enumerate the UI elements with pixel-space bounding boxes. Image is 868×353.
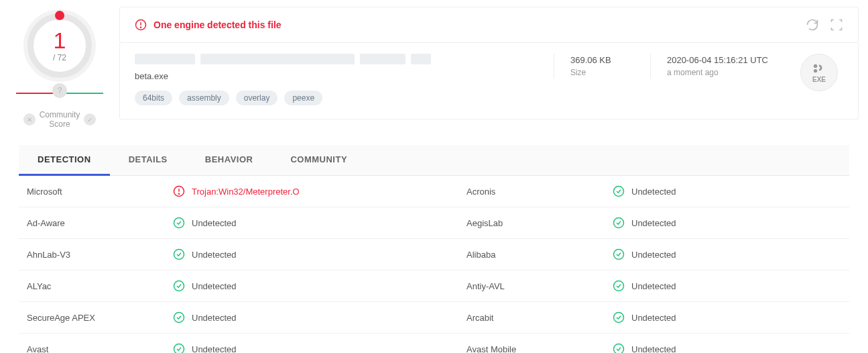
svg-point-10 xyxy=(614,218,624,228)
check-icon[interactable]: ✓ xyxy=(84,113,96,125)
detection-alert: One engine detected this file xyxy=(119,7,859,43)
file-tag[interactable]: peexe xyxy=(284,91,322,105)
vendor-name: ALYac xyxy=(19,270,165,301)
file-tag[interactable]: overlay xyxy=(236,91,278,105)
check-circle-icon xyxy=(173,280,185,292)
svg-point-16 xyxy=(614,313,624,323)
file-tag[interactable]: assembly xyxy=(179,91,229,105)
detection-result: Undetected xyxy=(165,302,458,333)
check-circle-icon xyxy=(173,248,185,260)
svg-point-13 xyxy=(174,281,184,291)
svg-point-11 xyxy=(174,250,184,260)
tab-detection[interactable]: DETECTION xyxy=(19,145,110,176)
svg-point-2 xyxy=(140,27,141,28)
tab-details[interactable]: DETAILS xyxy=(110,145,186,175)
detection-result: Undetected xyxy=(605,270,868,301)
detection-row: AvastUndetectedAvast MobileUndetected xyxy=(19,334,849,353)
vendor-name: Antiy-AVL xyxy=(458,270,605,301)
tab-community[interactable]: COMMUNITY xyxy=(271,145,366,175)
detection-total: / 72 xyxy=(53,53,66,62)
community-score-label: Community xyxy=(40,110,80,119)
vendor-name: Microsoft xyxy=(19,176,165,207)
community-pin-icon: ? xyxy=(52,83,67,98)
vendor-name: Alibaba xyxy=(458,239,605,270)
warning-icon xyxy=(135,19,147,31)
detection-gauge: 1 / 72 xyxy=(27,13,92,78)
gauge-marker-icon xyxy=(55,11,64,20)
detection-result: Undetected xyxy=(605,207,868,238)
detection-row: Ad-AwareUndetectedAegisLabUndetected xyxy=(19,207,849,239)
svg-point-8 xyxy=(614,187,624,197)
check-circle-icon xyxy=(613,343,625,353)
detection-result: Undetected xyxy=(605,334,868,353)
svg-point-14 xyxy=(614,281,624,291)
file-timestamp: 2020-06-04 15:16:21 UTC xyxy=(667,55,768,65)
tab-bar: DETECTIONDETAILSBEHAVIORCOMMUNITY xyxy=(19,145,849,176)
file-type-badge: EXE xyxy=(800,54,838,91)
file-tags: 64bitsassemblyoverlaypeexe xyxy=(135,91,538,105)
vendor-name: AhnLab-V3 xyxy=(19,239,165,270)
file-size: 369.06 KB xyxy=(570,55,618,65)
detection-result: Trojan:Win32/Meterpreter.O xyxy=(165,176,458,207)
vendor-name: Avast xyxy=(19,334,165,353)
detection-result: Undetected xyxy=(165,334,458,353)
tab-behavior[interactable]: BEHAVIOR xyxy=(186,145,272,175)
vendor-name: Avast Mobile xyxy=(458,334,605,353)
svg-point-9 xyxy=(174,218,184,228)
detection-row: MicrosoftTrojan:Win32/Meterpreter.OAcron… xyxy=(19,176,849,207)
check-circle-icon xyxy=(613,185,625,197)
detection-row: ALYacUndetectedAntiy-AVLUndetected xyxy=(19,270,849,302)
reanalyze-icon[interactable] xyxy=(806,18,819,32)
hash-placeholder xyxy=(135,54,538,64)
detection-result: Undetected xyxy=(605,239,868,270)
check-circle-icon xyxy=(613,217,625,229)
svg-point-3 xyxy=(814,64,817,67)
detection-result: Undetected xyxy=(605,302,868,333)
detection-result: Undetected xyxy=(165,239,458,270)
svg-point-7 xyxy=(178,193,179,194)
svg-point-4 xyxy=(814,68,817,72)
check-circle-icon xyxy=(173,311,185,323)
file-timestamp-rel: a moment ago xyxy=(667,68,768,77)
puzzle-icon xyxy=(812,62,826,74)
scan-icon[interactable] xyxy=(830,18,843,32)
detection-result: Undetected xyxy=(605,176,868,207)
svg-point-18 xyxy=(614,344,624,354)
svg-point-17 xyxy=(174,344,184,354)
close-icon[interactable]: ✕ xyxy=(23,113,36,125)
detection-row: SecureAge APEXUndetectedArcabitUndetecte… xyxy=(19,302,849,334)
vendor-name: Arcabit xyxy=(458,302,605,333)
svg-point-12 xyxy=(614,250,624,260)
check-circle-icon xyxy=(613,280,625,292)
file-size-label: Size xyxy=(570,68,618,77)
community-score-label2: Score xyxy=(40,119,80,129)
file-info: beta.exe 64bitsassemblyoverlaypeexe 369.… xyxy=(119,43,859,119)
file-type-text: EXE xyxy=(812,76,826,83)
check-circle-icon xyxy=(173,217,185,229)
alert-text: One engine detected this file xyxy=(153,19,282,30)
vendor-name: AegisLab xyxy=(458,207,605,238)
detection-count: 1 xyxy=(54,29,66,52)
check-circle-icon xyxy=(613,311,625,323)
vendor-name: Ad-Aware xyxy=(19,207,165,238)
check-circle-icon xyxy=(613,248,625,260)
vendor-name: Acronis xyxy=(458,176,605,207)
detection-result: Undetected xyxy=(165,207,458,238)
file-tag[interactable]: 64bits xyxy=(135,91,172,105)
vendor-name: SecureAge APEX xyxy=(19,302,165,333)
file-name: beta.exe xyxy=(135,71,538,81)
warning-circle-icon xyxy=(173,185,185,197)
detection-row: AhnLab-V3UndetectedAlibabaUndetected xyxy=(19,239,849,270)
detection-result: Undetected xyxy=(165,270,458,301)
svg-point-15 xyxy=(174,313,184,323)
file-date-block: 2020-06-04 15:16:21 UTC a moment ago xyxy=(650,54,784,79)
check-circle-icon xyxy=(173,343,185,353)
file-size-block: 369.06 KB Size xyxy=(554,54,634,79)
